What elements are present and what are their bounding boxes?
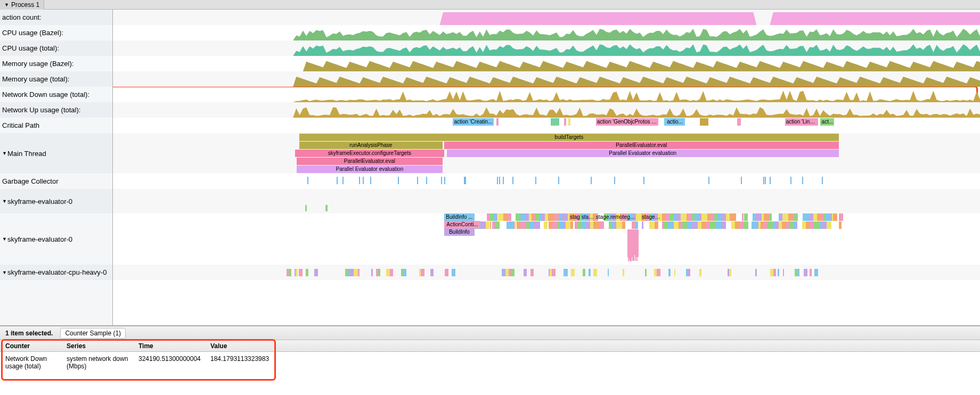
evaluator-seg[interactable] (566, 221, 570, 229)
evaluator-seg[interactable] (489, 213, 494, 221)
evaluator-labeled-seg[interactable]: stag stag... (570, 213, 594, 221)
evaluator-seg[interactable] (717, 213, 721, 221)
cpu-heavy-seg[interactable] (430, 269, 434, 276)
evaluator-seg[interactable] (789, 221, 793, 229)
evaluator-seg[interactable] (695, 213, 699, 221)
main-thread-seg[interactable]: Parallel Evaluator evaluation (447, 150, 839, 157)
timeline-row-critical[interactable]: action 'Creatin...action 'GenObjcProtos … (113, 118, 980, 133)
cpu-heavy-seg[interactable] (778, 269, 779, 276)
evaluator-seg[interactable] (743, 221, 748, 229)
evaluator-seg[interactable] (559, 221, 564, 229)
evaluator-seg[interactable] (507, 221, 513, 229)
evaluator-seg[interactable] (636, 221, 638, 229)
cpu-heavy-seg[interactable] (783, 269, 784, 276)
cpu-heavy-seg[interactable] (810, 269, 811, 276)
cpu-heavy-seg[interactable] (589, 269, 591, 276)
evaluator-seg[interactable] (577, 221, 582, 229)
evaluator-seg[interactable] (814, 221, 819, 229)
evaluator-seg[interactable] (655, 221, 658, 229)
evaluator-seg[interactable] (535, 213, 540, 221)
evaluator-seg[interactable] (554, 213, 559, 221)
cpu-heavy-seg[interactable] (403, 269, 406, 276)
evaluator-seg[interactable] (600, 221, 604, 229)
cpu-heavy-seg[interactable] (421, 269, 424, 276)
evaluator-seg[interactable] (676, 213, 681, 221)
critical-path-seg[interactable]: action 'Creatin... (453, 118, 494, 126)
evaluator-seg[interactable] (726, 213, 730, 221)
evaluator-seg[interactable] (529, 221, 534, 229)
evaluator-seg[interactable] (709, 221, 715, 229)
cpu-heavy-seg[interactable] (571, 269, 574, 276)
evaluator-seg[interactable] (779, 221, 782, 229)
timeline-row-action_count[interactable] (113, 10, 980, 25)
track-label-sf0b[interactable]: ▼skyframe-evaluator-0 (0, 213, 112, 265)
timeline-row-mem_total[interactable] (113, 71, 980, 87)
evaluator-seg[interactable] (752, 221, 757, 229)
table-row[interactable]: Network Down usage (total) system networ… (0, 352, 980, 373)
cpu-heavy-seg[interactable] (350, 269, 354, 276)
evaluator-seg[interactable] (570, 221, 573, 229)
cpu-heavy-seg[interactable] (296, 269, 297, 276)
cpu-heavy-seg[interactable] (378, 269, 380, 276)
evaluator-seg[interactable] (549, 221, 552, 229)
cpu-heavy-seg[interactable] (511, 269, 514, 276)
cpu-heavy-seg[interactable] (688, 269, 690, 276)
timeline-row-sfcpu[interactable] (113, 265, 980, 280)
evaluator-seg[interactable] (821, 221, 827, 229)
evaluator-seg[interactable] (562, 213, 568, 221)
evaluator-seg[interactable] (520, 213, 526, 221)
evaluator-seg[interactable] (664, 221, 668, 229)
evaluator-seg[interactable] (764, 213, 769, 221)
critical-path-seg[interactable] (564, 118, 567, 126)
track-label-main_thread[interactable]: ▼Main Thread (0, 133, 112, 174)
cpu-heavy-seg[interactable] (390, 269, 394, 276)
timeline-row-gc[interactable] (113, 174, 980, 189)
evaluator-seg[interactable] (782, 221, 786, 229)
evaluator-seg[interactable] (691, 221, 698, 229)
timeline-row-sf0b[interactable]: BuildInfo ...ActionConti...BuildInfostag… (113, 213, 980, 265)
evaluator-seg[interactable] (498, 213, 504, 221)
evaluator-labeled-seg[interactable]: ActionConti... (444, 221, 480, 228)
main-thread-seg[interactable]: skyframeExecutor.configureTargets (295, 150, 444, 157)
critical-path-seg[interactable] (568, 118, 570, 126)
evaluator-seg[interactable] (548, 213, 554, 221)
evaluator-seg[interactable] (710, 213, 714, 221)
evaluator-seg[interactable] (763, 221, 767, 229)
cpu-heavy-seg[interactable] (524, 269, 527, 276)
timeline-row-net_down[interactable] (113, 87, 980, 102)
evaluator-seg[interactable] (756, 213, 762, 221)
evaluator-seg[interactable] (552, 221, 557, 229)
cpu-heavy-seg[interactable] (552, 269, 556, 276)
evaluator-labeled-seg[interactable]: stage.remotegenerated (596, 213, 638, 221)
cpu-heavy-seg[interactable] (299, 269, 303, 276)
evaluator-seg[interactable] (770, 213, 771, 221)
critical-path-seg[interactable] (496, 118, 499, 126)
cpu-heavy-seg[interactable] (674, 269, 675, 276)
timeline-row-cpu_bazel[interactable] (113, 25, 980, 40)
evaluator-seg[interactable] (682, 221, 688, 229)
evaluator-seg[interactable] (788, 213, 793, 221)
track-label-sfcpu[interactable]: ▼skyframe-evaluator-cpu-heavy-0 (0, 265, 112, 280)
evaluator-seg[interactable] (698, 221, 701, 229)
evaluator-seg[interactable] (735, 221, 740, 229)
timeline-row-main_thread[interactable]: buildTargetsrunAnalysisPhaseParallelEval… (113, 133, 980, 174)
cpu-heavy-seg[interactable] (314, 269, 318, 276)
cpu-heavy-seg[interactable] (564, 269, 568, 276)
evaluator-seg[interactable] (503, 213, 508, 221)
evaluator-seg[interactable] (495, 221, 500, 229)
evaluator-seg[interactable] (486, 221, 489, 229)
main-thread-seg[interactable]: ParallelEvaluator.eval (444, 142, 839, 149)
evaluator-seg[interactable] (481, 221, 486, 229)
cpu-heavy-seg[interactable] (530, 269, 534, 276)
cpu-heavy-seg[interactable] (608, 269, 609, 276)
evaluator-seg[interactable] (809, 213, 814, 221)
process-tab[interactable]: ▼ Process 1 (0, 0, 44, 10)
cpu-heavy-seg[interactable] (306, 269, 308, 276)
evaluator-seg[interactable] (810, 221, 814, 229)
cpu-heavy-seg[interactable] (354, 269, 357, 276)
evaluator-seg[interactable] (517, 221, 521, 229)
evaluator-seg[interactable] (833, 213, 837, 221)
evaluator-seg[interactable] (767, 221, 773, 229)
evaluator-seg[interactable] (514, 221, 516, 229)
evaluator-seg[interactable] (803, 213, 809, 221)
